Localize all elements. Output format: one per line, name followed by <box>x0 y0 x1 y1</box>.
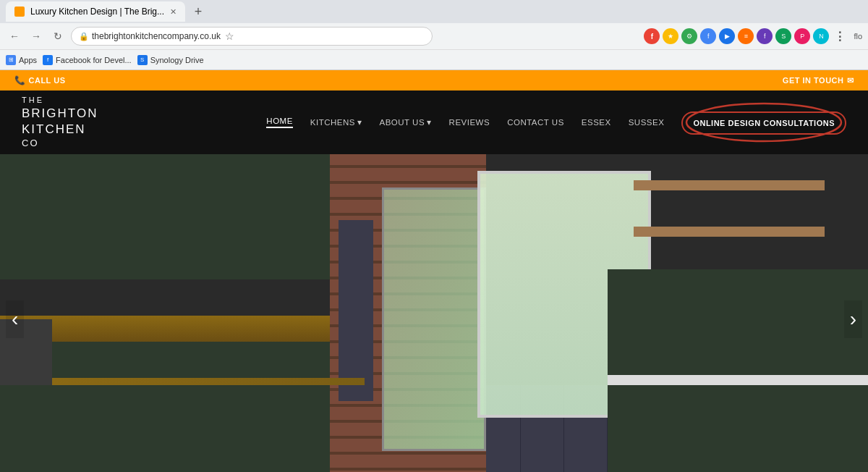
nav-sussex[interactable]: SUSSEX <box>629 118 665 127</box>
extension-icon-4[interactable]: ▶ <box>719 28 735 44</box>
get-in-touch-label: GET IN TOUCH <box>783 76 844 85</box>
phone-icon: 📞 <box>14 75 26 85</box>
header: THE BRIGHTON KITCHEN CO HOME KITCHENS ▾ … <box>0 90 868 154</box>
facebook-icon: f <box>43 55 53 65</box>
profile-icon[interactable]: f <box>644 28 660 44</box>
apps-icon: ⊞ <box>6 55 16 65</box>
upper-shelf-right <box>634 180 825 190</box>
menu-button[interactable]: ⋮ <box>832 28 848 44</box>
envelope-icon: ✉ <box>847 76 854 85</box>
hero-next-button[interactable]: › <box>844 300 862 338</box>
extension-icon-1[interactable]: ★ <box>663 28 678 44</box>
utility-bar: 📞 CALL US GET IN TOUCH ✉ <box>0 70 868 90</box>
active-tab[interactable]: Luxury Kitchen Design | The Brig... ✕ <box>6 1 185 22</box>
apps-label: Apps <box>19 56 37 64</box>
facebook-label: Facebook for Devel... <box>56 56 132 64</box>
facebook-link[interactable]: f Facebook for Devel... <box>43 55 132 65</box>
hero-prev-button[interactable]: ‹ <box>6 300 24 338</box>
logo-brighton: BRIGHTON <box>22 106 98 122</box>
forward-button[interactable]: → <box>27 28 45 45</box>
tab-favicon <box>14 7 25 17</box>
radiator <box>339 220 373 401</box>
hero-section: ‹ › <box>0 154 868 472</box>
apps-link[interactable]: ⊞ Apps <box>6 55 37 65</box>
back-button[interactable]: ← <box>6 28 23 45</box>
url-text: thebrightonkitchencompany.co.uk <box>92 31 221 41</box>
nav-reviews[interactable]: REVIEWS <box>449 118 490 127</box>
browser-chrome: Luxury Kitchen Design | The Brig... ✕ + … <box>0 0 868 70</box>
kitchens-arrow-icon: ▾ <box>357 117 362 127</box>
new-tab-button[interactable]: + <box>188 1 208 22</box>
right-worktop <box>608 375 868 385</box>
get-in-touch-link[interactable]: GET IN TOUCH ✉ <box>783 76 854 85</box>
bookmark-icon: ☆ <box>225 30 234 42</box>
logo-co: CO <box>22 138 98 150</box>
synology-icon: S <box>137 55 148 65</box>
tab-bar: Luxury Kitchen Design | The Brig... ✕ + <box>0 0 868 23</box>
tab-close-button[interactable]: ✕ <box>170 7 176 17</box>
extension-icon-8[interactable]: P <box>794 28 810 44</box>
reload-button[interactable]: ↻ <box>49 28 67 45</box>
nav-contact-us[interactable]: CONTACT US <box>507 118 564 127</box>
nav-essex[interactable]: ESSEX <box>582 118 611 127</box>
call-us-link[interactable]: 📞 CALL US <box>14 75 65 85</box>
extension-icon-9[interactable]: N <box>813 28 829 44</box>
extension-icon-5[interactable]: ≡ <box>738 28 754 44</box>
counter-top <box>35 378 365 384</box>
logo[interactable]: THE BRIGHTON KITCHEN CO <box>22 95 98 149</box>
upper-left-cabinets <box>0 154 330 279</box>
toolbar-icons: f ★ ⚙ f ▶ ≡ f S P N ⋮ flo <box>644 28 862 44</box>
address-bar: ← → ↻ 🔒 thebrightonkitchencompany.co.uk … <box>0 23 868 49</box>
nav-about-us[interactable]: ABOUT US ▾ <box>380 117 432 127</box>
logo-the: THE <box>22 95 98 105</box>
extension-icon-6[interactable]: f <box>757 28 773 44</box>
nav-home[interactable]: HOME <box>266 117 293 128</box>
extension-icon-3[interactable]: f <box>700 28 716 44</box>
right-cabinets <box>608 269 868 472</box>
lock-icon: 🔒 <box>79 32 89 41</box>
synology-link[interactable]: S Synology Drive <box>137 55 204 65</box>
tab-title: Luxury Kitchen Design | The Brig... <box>30 7 164 17</box>
call-us-label: CALL US <box>29 76 66 85</box>
online-consultations-wrapper: ONLINE DESIGN CONSULTATIONS <box>681 116 846 129</box>
nav-kitchens[interactable]: KITCHENS ▾ <box>310 117 362 127</box>
glass-door <box>382 187 486 451</box>
logo-kitchen: KITCHEN <box>22 122 98 138</box>
lower-shelf-right <box>634 227 825 237</box>
about-arrow-icon: ▾ <box>427 117 432 127</box>
url-input[interactable]: 🔒 thebrightonkitchencompany.co.uk ☆ <box>71 27 433 46</box>
website: 📞 CALL US GET IN TOUCH ✉ THE BRIGHTON KI… <box>0 70 868 472</box>
extension-icon-2[interactable]: ⚙ <box>681 28 697 44</box>
bookmarks-bar: ⊞ Apps f Facebook for Devel... S Synolog… <box>0 49 868 69</box>
main-nav: HOME KITCHENS ▾ ABOUT US ▾ REVIEWS CONTA… <box>266 116 846 129</box>
nav-online-consultations[interactable]: ONLINE DESIGN CONSULTATIONS <box>681 111 846 135</box>
synology-label: Synology Drive <box>150 56 204 64</box>
user-name: flo <box>854 32 862 41</box>
extension-icon-7[interactable]: S <box>775 28 791 44</box>
